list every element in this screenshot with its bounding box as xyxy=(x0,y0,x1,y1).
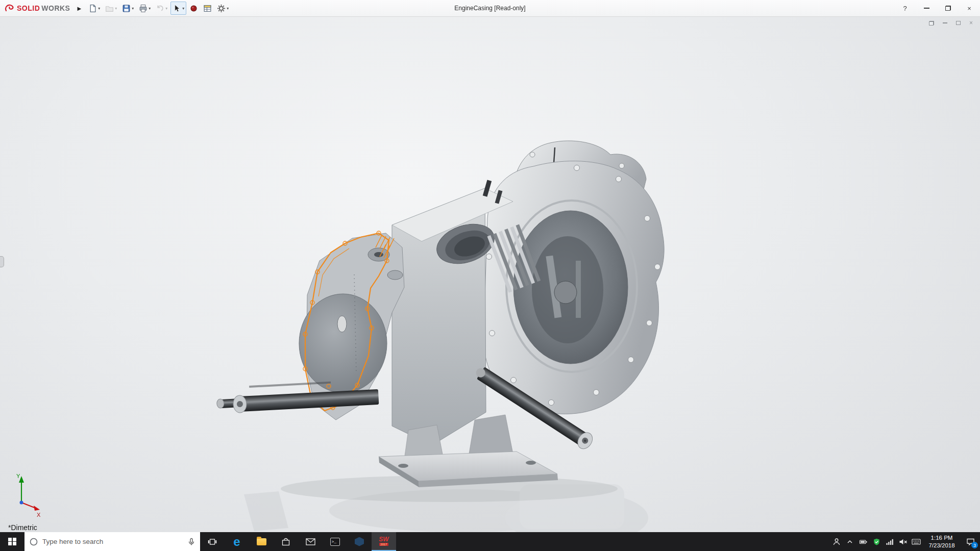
print-button[interactable]: ▾ xyxy=(137,2,153,15)
document-title: EngineCasing [Read-only] xyxy=(454,5,525,12)
command-prompt-button[interactable]: >_ xyxy=(323,532,347,551)
mail-icon xyxy=(306,538,315,545)
chevron-down-icon: ▾ xyxy=(227,6,229,11)
action-center-button[interactable]: 3 xyxy=(961,532,980,551)
store-icon xyxy=(281,537,290,546)
triad-x-label: X xyxy=(37,512,41,518)
chevron-down-icon: ▾ xyxy=(98,6,100,11)
store-button[interactable] xyxy=(274,532,298,551)
orientation-triad: Y X xyxy=(6,470,47,519)
minimize-icon xyxy=(924,8,929,9)
engine-casing-model[interactable] xyxy=(0,17,980,532)
brand-solid: SOLID xyxy=(17,4,40,12)
print-icon xyxy=(139,4,148,13)
cortana-icon xyxy=(29,537,38,546)
doc-minimize-button[interactable] xyxy=(943,22,947,23)
doc-restore-icon xyxy=(929,21,934,26)
task-view-button[interactable] xyxy=(200,532,225,551)
edge-button[interactable]: e xyxy=(225,532,249,551)
file-properties-button[interactable] xyxy=(201,2,214,15)
save-icon xyxy=(122,4,131,13)
sw-icon-label: SW xyxy=(379,536,388,542)
doc-close-button[interactable]: × xyxy=(969,19,973,27)
clock-date: 7/23/2018 xyxy=(923,542,961,549)
taskbar-clock[interactable]: 1:16 PM 7/23/2018 xyxy=(923,534,961,549)
rebuild-icon xyxy=(189,4,198,13)
titlebar: SOLIDWORKS ▶ ▾ ▾ ▾ xyxy=(0,0,980,17)
select-tool-button[interactable]: ▾ xyxy=(170,2,186,15)
rebuild-button[interactable] xyxy=(187,2,200,15)
start-button[interactable] xyxy=(0,532,24,551)
defender-shield-icon xyxy=(873,538,880,546)
solidworks-app-button[interactable]: SW 2017 xyxy=(372,532,396,551)
task-view-icon xyxy=(208,538,217,546)
touch-keyboard-button[interactable] xyxy=(910,532,923,551)
solidworks-logo: SOLIDWORKS xyxy=(0,3,75,13)
keyboard-icon xyxy=(912,538,921,545)
defender-button[interactable] xyxy=(870,532,883,551)
battery-button[interactable] xyxy=(856,532,870,551)
triad-y-label: Y xyxy=(16,473,20,479)
view-orientation-label: *Dimetric xyxy=(8,523,37,532)
ds-swirl-icon xyxy=(4,3,15,13)
document-window-controls: × xyxy=(929,19,973,27)
battery-icon xyxy=(859,538,868,546)
chevron-up-icon xyxy=(846,538,853,545)
people-icon xyxy=(832,538,841,546)
chevron-down-icon: ▾ xyxy=(165,6,167,11)
system-tray: 1:16 PM 7/23/2018 3 xyxy=(830,532,980,551)
network-button[interactable] xyxy=(883,532,896,551)
volume-muted-icon xyxy=(899,538,908,546)
quick-toolbar: ▾ ▾ ▾ ▾ xyxy=(86,2,231,15)
doc-minimize-icon xyxy=(943,22,947,23)
minimize-button[interactable] xyxy=(916,0,937,17)
people-button[interactable] xyxy=(830,532,843,551)
file-explorer-button[interactable] xyxy=(249,532,274,551)
windows-logo-icon xyxy=(8,538,16,546)
menu-flyout-icon[interactable]: ▶ xyxy=(75,6,86,11)
main-housing[interactable] xyxy=(483,161,664,414)
file-properties-icon xyxy=(203,4,212,13)
doc-maximize-icon xyxy=(956,21,961,25)
restore-button[interactable] xyxy=(937,0,959,17)
brand-works: WORKS xyxy=(41,4,70,12)
show-hidden-icons-button[interactable] xyxy=(843,532,856,551)
notification-badge: 3 xyxy=(971,542,978,548)
gear-icon xyxy=(217,4,226,13)
edge-icon: e xyxy=(233,536,240,548)
graphics-viewport[interactable]: × xyxy=(0,17,980,532)
file-explorer-icon xyxy=(257,538,266,545)
chevron-down-icon: ▾ xyxy=(149,6,151,11)
chevron-down-icon: ▾ xyxy=(182,6,184,11)
window-controls: ? × xyxy=(894,0,980,17)
microphone-icon[interactable] xyxy=(187,538,195,546)
undo-button[interactable]: ▾ xyxy=(154,2,169,15)
edrawings-icon xyxy=(355,537,364,546)
doc-restore-button[interactable] xyxy=(929,21,934,26)
volume-button[interactable] xyxy=(896,532,910,551)
network-icon xyxy=(886,538,894,546)
solidworks-2017-icon: SW 2017 xyxy=(379,536,388,546)
open-icon xyxy=(105,4,114,13)
undo-icon xyxy=(156,4,164,13)
chevron-down-icon: ▾ xyxy=(115,6,117,11)
open-button[interactable]: ▾ xyxy=(103,2,119,15)
new-document-button[interactable]: ▾ xyxy=(86,2,102,15)
command-prompt-icon: >_ xyxy=(330,538,340,546)
taskbar-search[interactable] xyxy=(24,532,200,551)
options-button[interactable]: ▾ xyxy=(215,2,231,15)
mail-button[interactable] xyxy=(298,532,323,551)
chevron-down-icon: ▾ xyxy=(132,6,134,11)
close-button[interactable]: × xyxy=(959,0,980,17)
windows-taskbar: e >_ SW 2017 xyxy=(0,532,980,551)
doc-maximize-button[interactable] xyxy=(956,21,961,25)
clock-time: 1:16 PM xyxy=(923,534,961,542)
help-button[interactable]: ? xyxy=(894,0,916,17)
restore-icon xyxy=(945,6,951,11)
save-button[interactable]: ▾ xyxy=(120,2,136,15)
edrawings-button[interactable] xyxy=(347,532,372,551)
new-document-icon xyxy=(88,4,97,13)
sw-icon-year: 2017 xyxy=(379,543,388,546)
select-cursor-icon xyxy=(173,4,181,13)
search-input[interactable] xyxy=(42,538,183,545)
